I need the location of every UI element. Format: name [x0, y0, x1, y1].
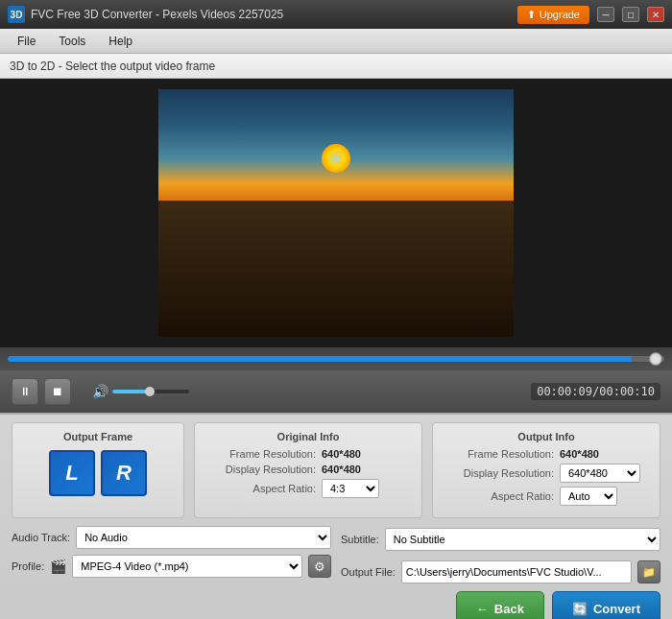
- orig-frame-res-label: Frame Resolution:: [206, 448, 322, 460]
- menu-help[interactable]: Help: [99, 32, 142, 51]
- upgrade-icon: ⬆: [527, 9, 536, 21]
- time-current: 00:00:09: [537, 385, 592, 398]
- orig-aspect-row: Aspect Ratio: 4:3 16:9 16:10: [206, 479, 410, 498]
- back-label: Back: [494, 602, 524, 616]
- left-bottom: Audio Track: No Audio Track 1 Track 2 Pr…: [12, 526, 331, 585]
- original-info-title: Original Info: [206, 431, 410, 442]
- original-info-section: Original Info Frame Resolution: 640*480 …: [194, 422, 422, 518]
- orig-aspect-select[interactable]: 4:3 16:9 16:10: [322, 479, 379, 498]
- video-content: [158, 89, 514, 337]
- subtitle-row: Subtitle: No Subtitle Subtitle 1 Externa…: [341, 526, 660, 553]
- seek-bar-container[interactable]: [0, 347, 672, 370]
- out-aspect-row: Aspect Ratio: Auto 4:3 16:9 16:10: [444, 487, 648, 506]
- subtitle-label: Subtitle:: [341, 534, 379, 545]
- output-file-row: Output File: 📁: [341, 559, 660, 585]
- output-file-input[interactable]: [401, 560, 632, 583]
- audio-track-select[interactable]: No Audio Track 1 Track 2: [76, 526, 331, 549]
- profile-select[interactable]: MPEG-4 Video (*.mp4) AVI Video MKV Video…: [72, 555, 302, 578]
- lr-buttons: L R: [24, 450, 172, 496]
- back-icon: ←: [476, 602, 489, 616]
- menu-bar: File Tools Help: [0, 29, 672, 54]
- menu-tools[interactable]: Tools: [49, 32, 95, 51]
- orig-display-res-label: Display Resolution:: [206, 464, 322, 475]
- sun: [322, 144, 350, 173]
- out-display-res-label: Display Resolution:: [444, 467, 560, 479]
- audio-track-label: Audio Track:: [12, 532, 70, 543]
- output-info-title: Output Info: [444, 431, 648, 442]
- convert-button[interactable]: 🔄 Convert: [552, 591, 660, 619]
- profile-label: Profile:: [12, 560, 44, 572]
- two-col-bottom: Audio Track: No Audio Track 1 Track 2 Pr…: [12, 526, 660, 585]
- volume-thumb: [145, 387, 155, 396]
- orig-frame-res-row: Frame Resolution: 640*480: [206, 448, 410, 460]
- title-bar-left: 3D FVC Free 3D Converter - Pexels Videos…: [8, 6, 283, 23]
- back-button[interactable]: ← Back: [456, 591, 544, 619]
- volume-bar[interactable]: [112, 390, 189, 393]
- output-frame-title: Output Frame: [24, 431, 172, 442]
- frame-info-row: Output Frame L R Original Info Frame Res…: [12, 422, 660, 518]
- browse-icon: 📁: [642, 566, 656, 579]
- right-bottom: Subtitle: No Subtitle Subtitle 1 Externa…: [341, 526, 660, 585]
- seek-bar[interactable]: [8, 356, 664, 362]
- subtitle-select[interactable]: No Subtitle Subtitle 1 External...: [385, 528, 660, 551]
- left-frame-button[interactable]: L: [49, 450, 95, 496]
- time-total: 00:00:10: [599, 385, 655, 398]
- volume-fill: [112, 390, 147, 393]
- out-frame-res-label: Frame Resolution:: [444, 448, 560, 460]
- output-frame-section: Output Frame L R: [12, 422, 184, 518]
- convert-label: Convert: [593, 602, 640, 616]
- upgrade-label: Upgrade: [540, 9, 580, 20]
- maximize-button[interactable]: □: [622, 7, 639, 22]
- close-button[interactable]: ✕: [647, 7, 664, 22]
- right-frame-button[interactable]: R: [101, 450, 147, 496]
- orig-display-res-value: 640*480: [322, 464, 361, 475]
- app-icon: 3D: [8, 6, 25, 23]
- browse-button[interactable]: 📁: [637, 560, 660, 583]
- output-info-section: Output Info Frame Resolution: 640*480 Di…: [432, 422, 660, 518]
- out-display-res-select[interactable]: 640*480 1280*720 1920*1080: [560, 464, 640, 483]
- title-controls: ⬆ Upgrade ─ □ ✕: [517, 6, 664, 24]
- out-frame-res-row: Frame Resolution: 640*480: [444, 448, 648, 460]
- orig-aspect-label: Aspect Ratio:: [206, 483, 322, 494]
- profile-icon: 🎬: [50, 559, 66, 574]
- title-text: FVC Free 3D Converter - Pexels Videos 22…: [31, 8, 283, 21]
- out-aspect-select[interactable]: Auto 4:3 16:9 16:10: [560, 487, 617, 506]
- city-layer: [158, 201, 514, 337]
- video-area: [0, 79, 672, 347]
- minimize-button[interactable]: ─: [597, 7, 614, 22]
- out-display-res-row: Display Resolution: 640*480 1280*720 192…: [444, 464, 648, 483]
- profile-row: Profile: 🎬 MPEG-4 Video (*.mp4) AVI Vide…: [12, 555, 331, 578]
- title-bar: 3D FVC Free 3D Converter - Pexels Videos…: [0, 0, 672, 29]
- action-row: ← Back 🔄 Convert: [12, 591, 660, 619]
- controls-bar: ⏸ ⏹ 🔊 00:00:09/00:00:10: [0, 370, 672, 413]
- orig-display-res-row: Display Resolution: 640*480: [206, 464, 410, 475]
- stop-button[interactable]: ⏹: [44, 378, 71, 405]
- settings-area: Output Frame L R Original Info Frame Res…: [0, 413, 672, 619]
- time-display: 00:00:09/00:00:10: [531, 383, 660, 400]
- out-aspect-label: Aspect Ratio:: [444, 490, 560, 502]
- instruction-bar: 3D to 2D - Select the output video frame: [0, 54, 672, 79]
- stop-icon: ⏹: [52, 385, 63, 398]
- video-frame: [158, 89, 514, 337]
- volume-icon: 🔊: [92, 384, 108, 399]
- volume-section: 🔊: [92, 384, 189, 399]
- seek-thumb: [649, 352, 662, 366]
- settings-gear-button[interactable]: ⚙: [308, 555, 331, 578]
- pause-icon: ⏸: [19, 385, 31, 398]
- output-file-label: Output File:: [341, 566, 396, 578]
- out-frame-res-value: 640*480: [560, 448, 599, 460]
- orig-frame-res-value: 640*480: [322, 448, 361, 460]
- instruction-text: 3D to 2D - Select the output video frame: [10, 60, 215, 73]
- menu-file[interactable]: File: [8, 32, 45, 51]
- audio-track-row: Audio Track: No Audio Track 1 Track 2: [12, 526, 331, 549]
- convert-icon: 🔄: [572, 602, 588, 616]
- upgrade-button[interactable]: ⬆ Upgrade: [517, 6, 589, 24]
- pause-button[interactable]: ⏸: [12, 378, 38, 405]
